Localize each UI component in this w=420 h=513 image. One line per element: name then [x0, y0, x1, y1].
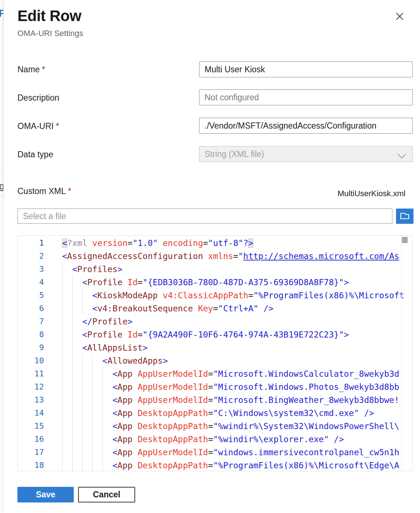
code-line[interactable]: 1<?xml version="1.0" encoding="utf-8"?> [18, 237, 412, 250]
code-line[interactable]: 14<App DesktopAppPath="C:\Windows\system… [18, 407, 412, 420]
line-number: 3 [18, 263, 62, 276]
name-label: Name* [17, 65, 45, 74]
line-number: 14 [18, 407, 62, 420]
line-number: 13 [18, 393, 62, 407]
code-line[interactable]: 18<App DesktopAppPath="%ProgramFiles(x86… [18, 459, 412, 471]
code-line[interactable]: 3<Profiles> [18, 263, 412, 276]
line-number: 9 [18, 341, 62, 354]
background-page-sliver: P g [0, 0, 4, 198]
folder-icon [400, 211, 410, 221]
edit-row-flyout: Edit Row OMA-URI Settings Name* Descript… [4, 0, 420, 513]
code-line[interactable]: 4<Profile Id="{EDB3036B-780D-487D-A375-6… [18, 276, 412, 289]
code-line[interactable]: 2<AssignedAccessConfiguration xmlns="htt… [18, 250, 412, 263]
custom-xml-label: Custom XML* [17, 186, 71, 196]
xml-code-editor[interactable]: 1<?xml version="1.0" encoding="utf-8"?>2… [17, 235, 413, 471]
line-number: 17 [18, 446, 62, 459]
line-number: 11 [18, 367, 62, 380]
description-input[interactable] [199, 89, 413, 105]
code-line[interactable]: 13<App AppUserModelId="Microsoft.BingWea… [18, 393, 412, 407]
required-asterisk: * [42, 65, 45, 74]
code-line[interactable]: 9<AllAppsList> [18, 341, 412, 354]
editor-scrollbar-thumb[interactable] [402, 237, 408, 243]
page-subtitle: OMA-URI Settings [17, 29, 83, 38]
background-text-fragment: P [0, 8, 4, 19]
background-text-fragment: g [0, 181, 4, 191]
code-line[interactable]: 16<App DesktopAppPath="%windir%\explorer… [18, 433, 412, 446]
editor-scrollbar-track [401, 236, 402, 471]
description-label: Description [17, 93, 59, 103]
background-divider [0, 195, 4, 196]
select-file-input[interactable] [17, 209, 392, 224]
line-number: 2 [18, 250, 62, 263]
required-asterisk: * [56, 121, 59, 131]
oma-uri-label: OMA-URI* [17, 121, 59, 131]
code-line[interactable]: 7</Profile> [18, 315, 412, 328]
line-number: 7 [18, 315, 62, 328]
data-type-dropdown: String (XML file) [199, 146, 413, 162]
line-number: 4 [18, 276, 62, 289]
line-number: 16 [18, 433, 62, 446]
save-button[interactable]: Save [17, 487, 74, 502]
browse-file-button[interactable] [396, 209, 413, 224]
line-number: 5 [18, 289, 62, 302]
page-title: Edit Row [17, 7, 81, 25]
code-line[interactable]: 11<App AppUserModelId="Microsoft.Windows… [18, 367, 412, 380]
uploaded-filename: MultiUserKiosk.xml [338, 189, 405, 198]
cancel-button[interactable]: Cancel [78, 487, 135, 502]
code-line[interactable]: 10<AllowedApps> [18, 354, 412, 367]
line-number: 15 [18, 420, 62, 433]
name-input[interactable] [199, 61, 413, 77]
line-number: 12 [18, 380, 62, 393]
screen: P g Edit Row OMA-URI Settings Name* Desc… [0, 0, 420, 513]
close-icon [395, 12, 404, 22]
required-asterisk: * [68, 186, 71, 196]
code-line[interactable]: 5<KioskModeApp v4:ClassicAppPath="%Progr… [18, 289, 412, 302]
code-line[interactable]: 12<App AppUserModelId="Microsoft.Windows… [18, 380, 412, 393]
line-number: 6 [18, 302, 62, 315]
code-line[interactable]: 17<App AppUserModelId="windows.immersive… [18, 446, 412, 459]
chevron-down-icon [397, 152, 407, 161]
data-type-value: String (XML file) [205, 149, 264, 159]
close-button[interactable] [392, 9, 408, 25]
code-line[interactable]: 6<v4:BreakoutSequence Key="Ctrl+A" /> [18, 302, 412, 315]
code-line[interactable]: 8<Profile Id="{9A2A490F-10F6-4764-974A-4… [18, 328, 412, 341]
oma-uri-input[interactable] [199, 118, 413, 134]
line-number: 18 [18, 459, 62, 471]
background-divider [0, 174, 4, 174]
line-number: 8 [18, 328, 62, 341]
code-line[interactable]: 15<App DesktopAppPath="%windir%\System32… [18, 420, 412, 433]
code-lines: 1<?xml version="1.0" encoding="utf-8"?>2… [18, 236, 412, 471]
line-number: 10 [18, 354, 62, 367]
line-number: 1 [18, 237, 62, 250]
data-type-label: Data type [17, 150, 53, 159]
